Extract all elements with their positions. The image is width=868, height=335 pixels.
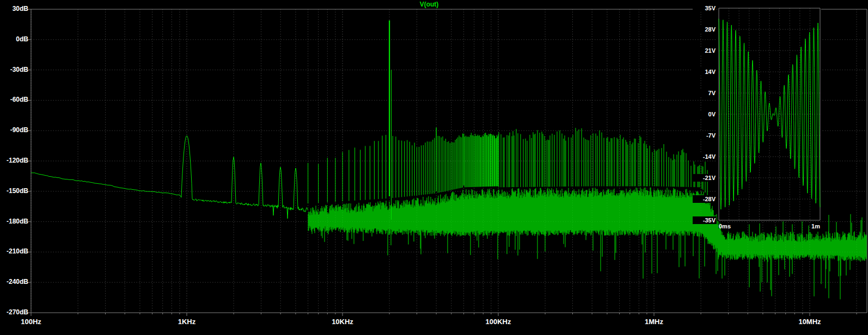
y-axis-tick-label: 0dB [1,35,28,44]
y-axis-tick-label: -120dB [1,157,28,165]
inset-y-tick-label: -21V [693,174,717,182]
plot-canvas[interactable] [0,0,868,335]
inset-y-tick-label: -28V [693,195,717,203]
inset-y-tick-label: 35V [693,4,717,12]
y-axis-tick-label: -270dB [1,308,28,317]
x-axis-tick-label: 100Hz [7,318,56,326]
y-axis-tick-label: -60dB [1,96,28,104]
y-axis-tick-label: -240dB [1,278,28,286]
inset-y-tick-label: 21V [693,47,717,54]
inset-y-tick-label: 7V [693,89,717,97]
inset-x-tick-label: 1m [792,222,820,230]
waveform-viewer-window: V(out) 30dB0dB-30dB-60dB-90dB-120dB-150d… [0,0,868,335]
inset-y-tick-label: 14V [693,68,717,76]
y-axis-tick-label: 30dB [1,5,28,13]
x-axis-tick-label: 10KHz [318,318,367,326]
inset-y-tick-label: -14V [693,153,717,160]
inset-y-tick-label: -35V [693,216,717,224]
inset-y-tick-label: -7V [693,132,717,139]
x-axis-tick-label: 1MHz [629,318,678,326]
x-axis-tick-label: 10MHz [785,318,834,326]
inset-plot[interactable] [717,7,821,221]
y-axis-tick-label: -180dB [1,218,28,226]
y-axis-tick-label: -30dB [1,66,28,74]
trace-legend-title[interactable]: V(out) [388,1,470,8]
inset-x-tick-label: 0ms [719,222,747,230]
inset-y-tick-label: 0V [693,110,717,118]
y-axis-tick-label: -210dB [1,247,28,256]
inset-y-tick-label: 28V [693,26,717,33]
x-axis-tick-label: 1KHz [162,318,211,326]
y-axis-tick-label: -150dB [1,187,28,195]
y-axis-tick-label: -90dB [1,126,28,134]
x-axis-tick-label: 100KHz [474,318,523,326]
